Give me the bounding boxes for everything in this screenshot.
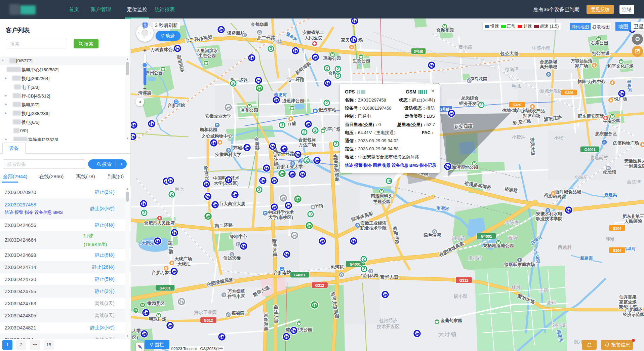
svg-text:北一环路: 北一环路	[286, 77, 305, 82]
svg-text:小油坊: 小油坊	[574, 174, 588, 180]
svg-text:新建渠: 新建渠	[604, 193, 617, 197]
svg-text:G312: G312	[459, 278, 469, 282]
svg-text:四里河滨水: 四里河滨水	[196, 48, 218, 53]
svg-text:·天珑汇: ·天珑汇	[176, 261, 190, 266]
svg-text:合肥工业大学: 合肥工业大学	[276, 164, 303, 169]
svg-text:合肥循环: 合肥循环	[625, 307, 642, 312]
svg-text:S104: S104	[613, 248, 622, 252]
svg-text:2: 2	[314, 128, 317, 133]
svg-text:皇马花园: 皇马花园	[470, 77, 487, 82]
svg-text:包河苑: 包河苑	[330, 265, 344, 270]
svg-text:新建渠: 新建渠	[580, 256, 593, 261]
svg-text:恒阳·万邻中心: 恒阳·万邻中心	[577, 79, 606, 84]
svg-text:家广场: 家广场	[575, 63, 588, 68]
svg-text:批发市场: 批发市场	[523, 113, 540, 118]
svg-text:P: P	[603, 141, 605, 144]
svg-text:百盛: 百盛	[287, 121, 296, 126]
svg-text:2: 2	[303, 130, 306, 134]
svg-text:程岗: 程岗	[508, 235, 517, 240]
svg-text:2: 2	[335, 142, 337, 146]
svg-text:肥东新安医院: 肥东新安医院	[577, 114, 604, 119]
svg-text:3: 3	[480, 103, 483, 107]
svg-text:庐州公园: 庐州公园	[145, 70, 163, 75]
svg-text:东风大道: 东风大道	[530, 137, 536, 156]
svg-text:3: 3	[310, 212, 312, 217]
svg-text:主题公园: 主题公园	[373, 199, 391, 204]
svg-text:安徽农业大学: 安徽农业大学	[205, 114, 231, 119]
svg-text:万方烟草: 万方烟草	[227, 289, 245, 294]
svg-text:肥东服务区: 肥东服务区	[595, 131, 617, 136]
svg-text:中陈小郢: 中陈小郢	[532, 45, 550, 50]
svg-text:2: 2	[258, 187, 260, 192]
svg-text:繁华大道: 繁华大道	[380, 274, 399, 279]
svg-text:3: 3	[281, 123, 283, 127]
svg-text:包河花园: 包河花园	[360, 273, 378, 278]
svg-text:人民医院: 人民医院	[624, 219, 642, 224]
svg-text:2: 2	[326, 66, 328, 71]
svg-text:金都华庭: 金都华庭	[250, 22, 269, 27]
svg-text:人民医院: 人民医院	[304, 35, 322, 40]
svg-text:董郢: 董郢	[547, 300, 556, 305]
svg-text:徽州大道: 徽州大道	[273, 305, 279, 324]
svg-text:G312: G312	[315, 283, 324, 287]
svg-text:2: 2	[171, 192, 173, 197]
svg-text:刘小郢: 刘小郢	[451, 236, 465, 241]
svg-text:王郢: 王郢	[539, 288, 548, 293]
svg-text:鸭城: 鸭城	[512, 84, 521, 89]
svg-text:S326: S326	[513, 103, 521, 107]
svg-text:西姚村: 西姚村	[558, 245, 572, 250]
svg-text:林墩: 林墩	[511, 285, 521, 290]
svg-text:金葡萄家园: 金葡萄家园	[440, 318, 462, 323]
svg-text:百大商业大厦: 百大商业大厦	[219, 201, 245, 206]
svg-text:区): 区)	[132, 335, 138, 340]
svg-text:新城开发区: 新城开发区	[540, 88, 563, 93]
svg-text:3号线: 3号线	[414, 49, 423, 53]
svg-text:技术开发区: 技术开发区	[376, 324, 400, 329]
svg-text:2: 2	[337, 73, 339, 78]
svg-text:S104: S104	[613, 226, 622, 230]
svg-text:2: 2	[306, 158, 308, 163]
svg-text:G4001: G4001	[294, 273, 305, 277]
svg-text:家庭农场: 家庭农场	[619, 300, 637, 305]
svg-text:福禄园: 福禄园	[231, 311, 245, 316]
svg-text:小张: 小张	[554, 135, 564, 141]
svg-text:2: 2	[326, 101, 328, 105]
svg-text:G4001: G4001	[584, 148, 595, 152]
svg-text:小陈家: 小陈家	[505, 220, 519, 225]
svg-text:仙卉百果: 仙卉百果	[619, 295, 637, 300]
svg-text:信地·城市广场: 信地·城市广场	[502, 108, 530, 113]
svg-text:职业技术学院: 职业技术学院	[536, 216, 562, 221]
svg-text:住宅小区: 住宅小区	[227, 294, 245, 299]
svg-text:2: 2	[363, 257, 365, 262]
svg-text:浙商城食品城: 浙商城食品城	[555, 189, 581, 194]
svg-text:G312: G312	[204, 318, 213, 322]
svg-text:亿佰购物广场: 亿佰购物广场	[612, 141, 639, 146]
svg-text:3: 3	[270, 46, 272, 51]
svg-text:万达广场: 万达广场	[298, 142, 316, 147]
svg-text:南七: 南七	[175, 187, 184, 192]
svg-text:西陈湾: 西陈湾	[627, 180, 641, 185]
svg-text:安徽工业经济: 安徽工业经济	[360, 221, 387, 226]
svg-text:绿地中心: 绿地中心	[230, 234, 247, 239]
svg-text:北瑶岗村: 北瑶岗村	[590, 155, 608, 160]
svg-text:包公大道: 包公大道	[591, 51, 610, 56]
svg-text:经济示范园: 经济示范园	[622, 312, 644, 317]
svg-text:薛滩: 薛滩	[606, 237, 615, 242]
svg-text:包公大道: 包公大道	[500, 51, 519, 56]
svg-text:南二环路: 南二环路	[214, 223, 233, 229]
svg-text:安徽医科大: 安徽医科大	[625, 158, 644, 163]
svg-text:2: 2	[143, 210, 146, 215]
svg-text:天珑广场: 天珑广场	[174, 256, 192, 261]
svg-text:生态公园: 生态公园	[198, 53, 216, 58]
svg-text:高升学校: 高升学校	[540, 64, 558, 69]
svg-text:刘小墩: 刘小墩	[552, 323, 566, 328]
svg-text:2: 2	[363, 267, 365, 271]
svg-text:唐小郢: 唐小郢	[468, 256, 482, 261]
svg-text:合肥市人民政府: 合肥市人民政府	[144, 221, 175, 226]
svg-text:2: 2	[232, 81, 235, 86]
svg-text:费小郢: 费小郢	[458, 45, 472, 50]
svg-text:南淝河: 南淝河	[436, 206, 449, 211]
svg-text:潜山路: 潜山路	[168, 240, 173, 255]
svg-text:和平文化广场: 和平文化广场	[607, 64, 634, 69]
svg-text:小费冲: 小费冲	[512, 134, 526, 140]
